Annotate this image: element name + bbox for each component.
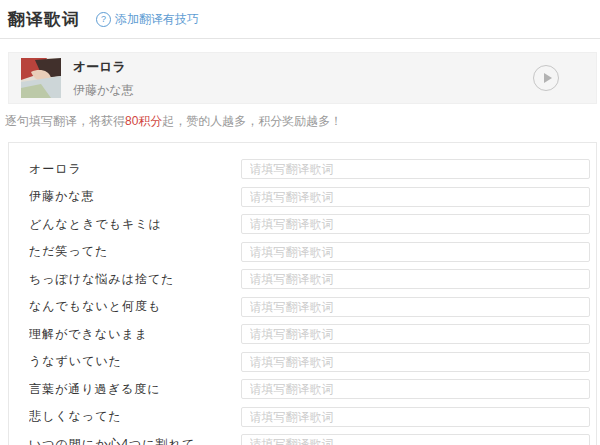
lyric-row: 伊藤かな恵 bbox=[29, 187, 590, 207]
translation-input[interactable] bbox=[241, 214, 590, 234]
lyric-row: ただ笑ってた bbox=[29, 242, 590, 262]
lyrics-rows: オーロラ 伊藤かな恵 どんなときでもキミは ただ笑ってた ちっぽけな悩みは捨てた… bbox=[29, 159, 590, 445]
song-title: オーロラ bbox=[73, 58, 533, 76]
notice-suffix: 起，赞的人越多，积分奖励越多！ bbox=[162, 114, 342, 128]
tips-link-label: 添加翻译有技巧 bbox=[115, 11, 199, 28]
lyric-row: いつの間にか心4つに割れて bbox=[29, 434, 590, 445]
lyric-row: ちっぽけな悩みは捨てた bbox=[29, 269, 590, 289]
song-meta: オーロラ 伊藤かな恵 bbox=[73, 58, 533, 99]
notice-prefix: 逐句填写翻译，将获得 bbox=[5, 114, 125, 128]
translation-input[interactable] bbox=[241, 352, 590, 372]
lyric-text: 理解ができないまま bbox=[29, 326, 241, 343]
lyric-text: ただ笑ってた bbox=[29, 243, 241, 260]
lyric-row: 言葉が通り過ぎる度に bbox=[29, 379, 590, 399]
translation-input[interactable] bbox=[241, 324, 590, 344]
lyric-text: どんなときでもキミは bbox=[29, 216, 241, 233]
points-notice: 逐句填写翻译，将获得80积分起，赞的人越多，积分奖励越多！ bbox=[5, 113, 600, 130]
translation-input[interactable] bbox=[241, 297, 590, 317]
lyric-text: 悲しくなってた bbox=[29, 408, 241, 425]
lyrics-translation-form: オーロラ 伊藤かな恵 どんなときでもキミは ただ笑ってた ちっぽけな悩みは捨てた… bbox=[8, 142, 597, 445]
lyric-text: いつの間にか心4つに割れて bbox=[29, 436, 241, 445]
album-art bbox=[21, 58, 61, 98]
page-header: 翻译歌词 ? 添加翻译有技巧 bbox=[0, 0, 600, 39]
lyric-row: うなずいていた bbox=[29, 352, 590, 372]
lyric-row: どんなときでもキミは bbox=[29, 214, 590, 234]
play-icon bbox=[544, 73, 552, 83]
translation-input[interactable] bbox=[241, 159, 590, 179]
song-card: オーロラ 伊藤かな恵 bbox=[8, 52, 597, 104]
help-icon: ? bbox=[96, 12, 111, 27]
lyric-row: オーロラ bbox=[29, 159, 590, 179]
notice-points: 80积分 bbox=[125, 114, 162, 128]
translation-input[interactable] bbox=[241, 269, 590, 289]
lyric-text: ちっぽけな悩みは捨てた bbox=[29, 271, 241, 288]
lyric-text: 言葉が通り過ぎる度に bbox=[29, 381, 241, 398]
lyric-text: なんでもないと何度も bbox=[29, 298, 241, 315]
lyric-row: 理解ができないまま bbox=[29, 324, 590, 344]
translation-input[interactable] bbox=[241, 407, 590, 427]
translation-input[interactable] bbox=[241, 242, 590, 262]
translation-input[interactable] bbox=[241, 434, 590, 445]
play-button[interactable] bbox=[533, 65, 559, 91]
lyric-text: オーロラ bbox=[29, 161, 241, 178]
lyric-row: なんでもないと何度も bbox=[29, 297, 590, 317]
lyric-text: うなずいていた bbox=[29, 353, 241, 370]
lyric-text: 伊藤かな恵 bbox=[29, 188, 241, 205]
lyric-row: 悲しくなってた bbox=[29, 407, 590, 427]
translation-tips-link[interactable]: ? 添加翻译有技巧 bbox=[96, 11, 199, 28]
song-artist: 伊藤かな恵 bbox=[73, 82, 533, 99]
translation-input[interactable] bbox=[241, 379, 590, 399]
page-title: 翻译歌词 bbox=[8, 8, 80, 31]
translation-input[interactable] bbox=[241, 187, 590, 207]
